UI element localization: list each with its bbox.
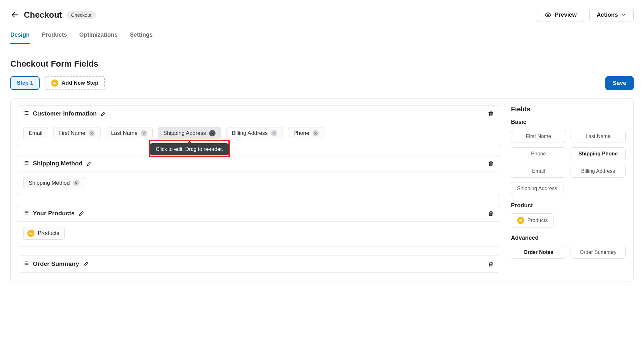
edit-section-button[interactable] [101,111,106,116]
step-tab[interactable]: Step 1 [10,76,40,90]
field-tooltip: Click to edit. Drag to re-order. [150,143,229,155]
tab-products[interactable]: Products [42,28,67,44]
crown-icon [517,217,524,224]
field-chip[interactable]: Products [23,227,65,240]
svg-point-3 [24,114,24,115]
section-body: Products [17,222,500,246]
field-chip[interactable]: Shipping Method [23,177,85,189]
form-section: Customer InformationEmailFirst NameLast … [17,105,500,146]
sidebar-field-button[interactable]: Order Notes [511,246,566,259]
field-chip[interactable]: Last Name [106,127,153,139]
sidebar-title: Fields [511,105,626,113]
drag-handle[interactable] [23,210,29,217]
section-name: Customer Information [33,110,97,117]
sidebar-field-label: Phone [531,151,546,156]
save-button[interactable]: Save [605,76,634,90]
section-header: Order Summary [17,256,500,272]
sidebar-field-button[interactable]: Email [511,165,566,178]
sidebar-field-label: Order Summary [580,249,617,255]
trash-icon [488,261,494,267]
section-name: Shipping Method [33,160,82,167]
arrow-left-icon [10,10,19,19]
sidebar-field-label: Last Name [586,134,610,139]
chevron-down-icon [621,12,626,17]
page-title: Checkout [24,10,62,20]
preview-button[interactable]: Preview [537,8,584,22]
remove-chip-button[interactable] [209,130,216,136]
header: Checkout Checkout Preview Actions [10,0,634,26]
field-chip[interactable]: Billing Address [226,127,283,139]
field-chip[interactable]: First Name [53,127,101,139]
sidebar-group-heading: Advanced [511,235,626,241]
svg-point-4 [24,161,24,162]
remove-chip-button[interactable] [89,130,95,136]
back-button[interactable] [10,10,19,19]
edit-section-button[interactable] [86,161,92,166]
sidebar-field-button[interactable]: Phone [511,147,566,160]
sidebar-field-button[interactable]: Last Name [571,130,626,143]
tab-design[interactable]: Design [10,28,30,44]
add-step-button[interactable]: Add New Step [45,76,105,90]
chip-label: Shipping Address [163,130,206,136]
remove-chip-button[interactable] [271,130,277,136]
sidebar-field-button[interactable]: First Name [511,130,566,143]
delete-section-button[interactable] [488,210,494,217]
section-name: Order Summary [33,260,79,267]
steps-left: Step 1 Add New Step [10,76,105,90]
drag-handle[interactable] [23,110,29,117]
edit-section-button[interactable] [79,211,84,216]
remove-chip-button[interactable] [73,180,80,186]
remove-chip-button[interactable] [312,130,319,136]
preview-label: Preview [555,12,577,18]
form-section: Your ProductsProducts [17,205,500,246]
tab-optimizations[interactable]: Optimizations [79,28,118,44]
pencil-icon [101,111,106,116]
sidebar-field-button[interactable]: Billing Address [571,165,626,178]
sidebar-field-button[interactable]: Shipping Phone [571,147,626,160]
actions-dropdown[interactable]: Actions [589,8,634,22]
field-chip[interactable]: Phone [288,127,324,139]
chip-label: Email [29,130,43,136]
actions-label: Actions [597,12,618,18]
sidebar-field-grid: First NameLast NamePhoneShipping PhoneEm… [511,130,626,195]
form-section: Order Summary [17,256,500,273]
delete-section-button[interactable] [488,161,494,167]
sidebar-field-label: Order Notes [524,249,553,255]
drag-handle[interactable] [23,260,29,267]
sidebar-field-label: Billing Address [581,168,615,174]
section-header-left: Your Products [23,210,84,217]
svg-point-2 [24,113,24,113]
trash-icon [488,111,494,117]
svg-point-0 [547,14,549,16]
drag-handle[interactable] [23,160,29,167]
section-name: Your Products [33,210,75,217]
builder-canvas: Customer InformationEmailFirst NameLast … [10,98,634,282]
svg-point-6 [24,164,24,164]
chip-label: Shipping Method [29,180,70,186]
sidebar-field-button[interactable]: Products [511,213,554,228]
sidebar-field-button[interactable]: Shipping Address [511,182,563,195]
header-left: Checkout Checkout [10,10,96,20]
trash-icon [488,161,494,167]
add-step-label: Add New Step [62,80,98,86]
chip-label: Billing Address [232,130,268,136]
section-header: Your Products [17,205,500,222]
section-body: Shipping Method [17,172,500,196]
tab-settings[interactable]: Settings [130,28,153,44]
steps-toolbar: Step 1 Add New Step Save [10,76,634,90]
list-icon [23,210,29,216]
delete-section-button[interactable] [488,261,494,267]
pencil-icon [79,211,84,216]
sidebar-field-button[interactable]: Order Summary [571,246,626,259]
list-icon [23,110,29,116]
fields-sidebar: Fields BasicFirst NameLast NamePhoneShip… [508,105,627,282]
edit-section-button[interactable] [83,261,89,267]
remove-chip-button[interactable] [141,130,147,136]
delete-section-button[interactable] [488,111,494,117]
sidebar-field-label: First Name [526,134,551,139]
crown-icon [27,230,34,237]
field-chip[interactable]: Shipping Address [158,127,221,139]
svg-point-1 [24,111,24,112]
field-chip[interactable]: Email [23,127,48,139]
svg-point-9 [24,214,24,214]
